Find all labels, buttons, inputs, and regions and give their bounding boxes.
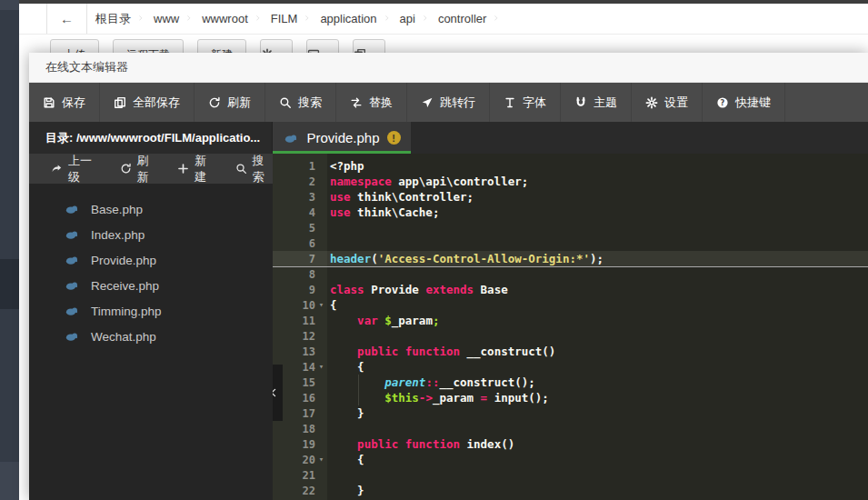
code-line[interactable]: use think\Cache; [330, 205, 868, 220]
code-line[interactable]: header('Access-Control-Allow-Origin:*'); [330, 251, 868, 266]
php-file-icon [283, 132, 299, 145]
code-editor[interactable]: 12345678910▾11121314▾151617181920▾2122 <… [273, 154, 868, 500]
breadcrumb-separator-icon [385, 13, 392, 25]
code-line[interactable]: { [330, 359, 868, 375]
code-line[interactable]: class Provide extends Base [330, 282, 868, 297]
indent-guide [358, 375, 359, 390]
breadcrumb-item[interactable]: controller [430, 12, 494, 25]
breadcrumb-item[interactable]: api [392, 12, 424, 25]
code-token: _param [433, 391, 481, 405]
gutter-cell: 22 [273, 483, 327, 498]
code-token: parent [384, 375, 425, 389]
gutter-cell: 3 [273, 189, 327, 205]
theme-icon [574, 96, 587, 109]
code-lines[interactable]: <?phpnamespace app\api\controller;use th… [330, 158, 868, 498]
line-number: 6 [309, 237, 315, 250]
code-token: function [405, 437, 460, 451]
line-number: 22 [303, 485, 315, 497]
code-line[interactable]: <?php [330, 158, 868, 174]
code-token: { [330, 298, 337, 312]
code-line[interactable]: { [330, 452, 868, 467]
save-all-button[interactable]: 全部保存 [100, 83, 195, 122]
code-line[interactable] [330, 328, 868, 344]
code-token: public [357, 437, 398, 451]
code-line[interactable]: } [330, 483, 868, 498]
settings-button[interactable]: 设置 [632, 83, 703, 122]
code-line[interactable]: $this->_param = input(); [330, 390, 868, 405]
file-item[interactable]: Receive.php [29, 273, 273, 298]
save-button[interactable]: 保存 [29, 83, 100, 122]
code-line[interactable]: public function index() [330, 436, 868, 452]
refresh-button[interactable]: 刷新 [195, 83, 265, 122]
line-number: 3 [309, 191, 315, 204]
line-number: 7 [309, 253, 315, 265]
file-item[interactable]: Provide.php [29, 247, 273, 273]
gutter-cell: 1 [273, 158, 327, 174]
left-nav-rail-selected-item[interactable] [0, 259, 19, 309]
breadcrumb-separator-icon [424, 13, 430, 25]
code-token: think\Cache; [351, 205, 440, 219]
gutter-cell: 7 [273, 251, 327, 266]
breadcrumb-item[interactable]: FILM [263, 12, 306, 25]
file-manager-button[interactable] [260, 39, 293, 53]
up-level-button[interactable]: 上一级 [51, 153, 100, 185]
code-token [330, 437, 357, 451]
search-button[interactable]: 搜索 [235, 153, 274, 185]
code-line[interactable] [330, 421, 868, 436]
theme-button[interactable]: 主题 [561, 83, 632, 122]
refresh-button[interactable]: 刷新 [120, 153, 158, 185]
code-line[interactable] [330, 220, 868, 235]
fold-arrow-icon[interactable]: ▾ [315, 452, 327, 467]
code-token [398, 437, 405, 451]
breadcrumb-item[interactable]: www [145, 12, 187, 25]
file-item[interactable]: Base.php [29, 196, 273, 222]
breadcrumb-item[interactable]: wwwroot [194, 12, 256, 25]
line-number: 16 [303, 392, 315, 405]
file-item[interactable]: Wechat.php [29, 324, 273, 349]
file-manager-buttons: 上传远程下载新建 [19, 35, 868, 53]
left-nav-rail[interactable] [0, 0, 19, 500]
code-line[interactable]: use think\Controller; [330, 189, 868, 205]
file-manager-button[interactable]: 新建 [197, 39, 246, 53]
code-line[interactable]: parent::__construct(); [330, 375, 868, 390]
code-token: _param [392, 314, 433, 327]
goto-line-button[interactable]: 跳转行 [407, 83, 490, 122]
file-manager-button[interactable] [306, 39, 339, 53]
code-line[interactable]: public function __construct() [330, 344, 868, 359]
plus-button[interactable]: 新建 [177, 153, 215, 185]
code-token: think\Controller; [351, 190, 474, 204]
online-text-editor-dialog: 在线文本编辑器 保存全部保存刷新搜索替换跳转行字体主题设置?快捷键 目录: /w… [29, 53, 868, 500]
code-line[interactable] [330, 266, 868, 282]
file-manager-button[interactable]: 远程下载 [113, 39, 184, 53]
hotkeys-button[interactable]: ?快捷键 [703, 83, 785, 122]
php-icon [64, 228, 80, 241]
replace-button[interactable]: 替换 [336, 83, 407, 122]
search-button[interactable]: 搜索 [265, 83, 336, 122]
breadcrumb-item[interactable]: application [312, 12, 384, 25]
fold-arrow-icon[interactable]: ▾ [315, 297, 327, 313]
file-item[interactable]: Index.php [29, 222, 273, 247]
file-manager-button[interactable] [353, 39, 385, 53]
back-button[interactable]: ← [46, 4, 87, 34]
breadcrumb-separator-icon [494, 13, 501, 25]
code-token: __construct(); [439, 375, 534, 389]
code-line[interactable] [330, 467, 868, 483]
code-line[interactable]: } [330, 405, 868, 421]
file-manager-button[interactable]: 上传 [50, 39, 99, 53]
line-number: 19 [303, 438, 315, 451]
code-token [330, 345, 357, 358]
code-token: namespace [330, 175, 392, 188]
code-line[interactable]: { [330, 297, 868, 313]
code-token: function [405, 345, 460, 358]
collapse-panel-handle[interactable] [273, 365, 283, 421]
code-line[interactable] [330, 235, 868, 251]
fold-arrow-icon[interactable]: ▾ [315, 359, 327, 375]
file-item[interactable]: Timming.php [29, 298, 273, 324]
breadcrumb-item[interactable]: 根目录 [87, 11, 139, 27]
code-line[interactable]: namespace app\api\controller; [330, 174, 868, 189]
code-line[interactable]: var $_param; [330, 313, 868, 328]
line-number: 4 [309, 206, 315, 219]
tab-provide-php[interactable]: Provide.php ! [273, 122, 411, 154]
font-button[interactable]: 字体 [490, 83, 561, 122]
code-token: header [330, 252, 371, 265]
